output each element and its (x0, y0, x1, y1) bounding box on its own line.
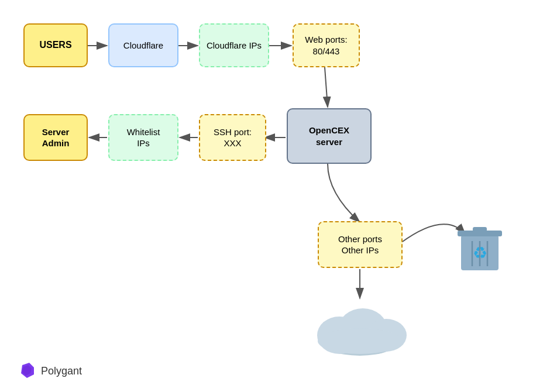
whitelist-ips-node: WhitelistIPs (108, 114, 178, 161)
users-label: USERS (39, 39, 71, 51)
whitelist-ips-label: WhitelistIPs (127, 126, 160, 149)
opencex-node: OpenCEXserver (287, 108, 372, 164)
polygant-logo: Polygant (18, 362, 82, 380)
web-ports-node: Web ports:80/443 (293, 23, 360, 67)
ssh-port-label: SSH port:XXX (214, 126, 252, 149)
cloudflare-ips-node: Cloudflare IPs (199, 23, 269, 67)
opencex-label: OpenCEXserver (309, 125, 349, 147)
other-ports-label: Other portsOther IPs (338, 233, 382, 256)
svg-point-22 (318, 328, 402, 354)
cloudflare-ips-label: Cloudflare IPs (207, 40, 262, 51)
cloudflare-node: Cloudflare (108, 23, 178, 67)
cloud-shape (304, 295, 415, 360)
svg-line-6 (325, 67, 328, 107)
diagram-container: USERS Cloudflare Cloudflare IPs Web port… (0, 0, 550, 392)
svg-rect-13 (473, 227, 487, 232)
users-node: USERS (23, 23, 88, 67)
polygant-logo-icon (18, 362, 36, 380)
trash-icon: ♻ (456, 222, 503, 272)
cloudflare-label: Cloudflare (123, 40, 163, 51)
ssh-port-node: SSH port:XXX (199, 114, 266, 161)
server-admin-label: ServerAdmin (42, 126, 70, 149)
web-ports-label: Web ports:80/443 (305, 34, 347, 57)
server-admin-node: ServerAdmin (23, 114, 88, 161)
other-ports-node: Other portsOther IPs (318, 221, 403, 268)
logo-text: Polygant (41, 365, 82, 377)
